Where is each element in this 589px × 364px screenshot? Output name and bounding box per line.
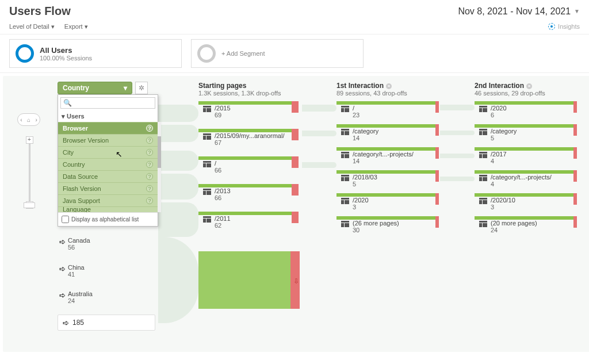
page-icon: [479, 106, 487, 112]
page-icon: [203, 189, 211, 195]
zoom-slider-track[interactable]: [29, 144, 30, 201]
page-icon: [203, 161, 211, 167]
chevron-down-icon: ▾: [124, 84, 127, 92]
flow-node[interactable]: /201162: [203, 215, 231, 229]
dimension-item-flash-version[interactable]: Flash Version?: [58, 182, 158, 194]
dropoff-bar: [573, 101, 577, 113]
flow-node[interactable]: /20203: [341, 197, 369, 210]
page-icon: [203, 216, 211, 223]
column-header-1st: 1st Interaction× 89 sessions, 43 drop-of…: [336, 82, 407, 97]
page-icon: [479, 129, 487, 135]
insights-icon: [548, 22, 556, 30]
flow-node[interactable]: /category/t...-projects/4: [479, 174, 552, 187]
add-segment-button[interactable]: + Add Segment: [191, 39, 364, 68]
flow-node[interactable]: /category/t...-projects/14: [341, 151, 414, 164]
dropoff-bar: [573, 216, 577, 228]
segment-circle-icon: [16, 44, 34, 63]
page-icon: [341, 106, 349, 112]
gear-icon[interactable]: ✲: [135, 82, 148, 94]
dimension-item-browser-version[interactable]: Browser Version?: [58, 134, 158, 146]
dropoff-bar: [292, 212, 299, 223]
chevron-left-icon: ‹: [20, 117, 22, 123]
dropoff-bar: [435, 216, 439, 228]
cursor-icon: ↖: [116, 150, 123, 159]
flow-node[interactable]: /2018/035: [341, 174, 377, 187]
dropoff-bar: [435, 124, 439, 136]
flow-node[interactable]: /category14: [341, 128, 378, 141]
flow-node[interactable]: /2015/09/my...aranormal/67: [203, 132, 284, 146]
segment-all-users[interactable]: All Users 100.00% Sessions: [9, 39, 182, 68]
flow-canvas[interactable]: ‹ ⌂ › + − Country▾ ✲ 🔍 ▾ Users Browser? …: [3, 76, 589, 352]
dimension-select[interactable]: Country▾: [58, 82, 132, 94]
dimension-dropdown-menu: 🔍 ▾ Users Browser? Browser Version? City…: [58, 94, 158, 227]
dropoff-bar: [573, 147, 577, 159]
flow-node[interactable]: /201366: [203, 187, 231, 201]
country-node[interactable]: ➪ Australia24: [59, 290, 93, 304]
date-range-picker[interactable]: Nov 8, 2021 - Nov 14, 2021▼: [458, 6, 580, 17]
page-icon: [341, 198, 349, 204]
dropoff-bar: [435, 193, 439, 205]
dimension-item-language[interactable]: Language: [58, 206, 158, 212]
home-icon: ⌂: [27, 117, 30, 123]
flow-node[interactable]: /201569: [203, 105, 231, 118]
search-icon: 🔍: [63, 99, 72, 107]
dropoff-bar: [435, 101, 439, 113]
page-icon: [341, 152, 349, 158]
export-menu[interactable]: Export ▾: [64, 23, 88, 30]
flow-node[interactable]: /2020/103: [479, 197, 515, 210]
nav-home-control[interactable]: ‹ ⌂ ›: [17, 113, 40, 126]
chevron-right-icon: ›: [35, 117, 37, 123]
dimension-category[interactable]: ▾ Users: [58, 111, 158, 122]
dropoff-bar: [573, 170, 577, 182]
remove-column-icon[interactable]: ×: [386, 83, 392, 89]
zoom-slider-handle[interactable]: [24, 202, 35, 208]
flow-node[interactable]: /23: [341, 105, 359, 118]
column-header-2nd: 2nd Interaction× 46 sessions, 29 drop-of…: [475, 82, 545, 97]
arrow-icon: ➪: [59, 237, 66, 246]
page-icon: [479, 175, 487, 181]
dimension-item-browser[interactable]: Browser?: [58, 122, 158, 134]
dimension-item-data-source[interactable]: Data Source?: [58, 170, 158, 182]
page-icon: [203, 106, 211, 112]
flow-node[interactable]: /66: [203, 160, 221, 174]
page-icon: [341, 129, 349, 135]
dimension-item-java-support[interactable]: Java Support?: [58, 194, 158, 206]
dropoff-bar: [435, 170, 439, 182]
dropoff-bar: [573, 193, 577, 205]
dropoff-bar: [292, 184, 299, 196]
alphabetical-checkbox[interactable]: Display as alphabetical list: [58, 212, 158, 226]
dimension-item-city[interactable]: City?: [58, 146, 158, 158]
dimension-item-country[interactable]: Country?: [58, 158, 158, 170]
flow-node[interactable]: /category5: [479, 128, 517, 141]
country-node[interactable]: ➪ China41: [59, 264, 85, 278]
flow-node[interactable]: /20206: [479, 105, 507, 118]
page-title: Users Flow: [9, 5, 71, 18]
segment-circle-icon: [197, 44, 216, 63]
remove-column-icon[interactable]: ×: [526, 83, 532, 89]
page-icon: [341, 221, 349, 227]
page-icon: [479, 152, 487, 158]
dimension-search-input[interactable]: 🔍: [60, 97, 155, 109]
country-node-more[interactable]: ➪ 185: [58, 315, 155, 331]
dropoff-bar: [292, 129, 299, 140]
dropoff-icon: ⇩: [293, 277, 299, 285]
zoom-in-button[interactable]: +: [26, 136, 33, 144]
page-icon: [479, 198, 487, 204]
flow-node[interactable]: (26 more pages)30: [341, 220, 399, 233]
insights-button[interactable]: Insights: [548, 22, 580, 30]
chevron-down-icon: ▼: [574, 8, 580, 14]
page-icon: [341, 175, 349, 181]
scrollbar-thumb[interactable]: [158, 136, 161, 168]
help-icon[interactable]: ?: [146, 125, 153, 132]
dropoff-bar: [292, 101, 299, 113]
dropoff-bar: [435, 147, 439, 159]
flow-node[interactable]: /20174: [479, 151, 507, 164]
page-icon: [203, 133, 211, 140]
column-header-starting: Starting pages 1.3K sessions, 1.3K drop-…: [198, 82, 281, 97]
level-of-detail-menu[interactable]: Level of Detail ▾: [9, 23, 55, 30]
dropoff-bar: [573, 124, 577, 136]
page-icon: [479, 221, 487, 227]
flow-node[interactable]: (20 more pages)24: [479, 220, 537, 233]
country-node[interactable]: ➪ Canada56: [59, 237, 90, 251]
dropoff-bar: [292, 156, 299, 168]
